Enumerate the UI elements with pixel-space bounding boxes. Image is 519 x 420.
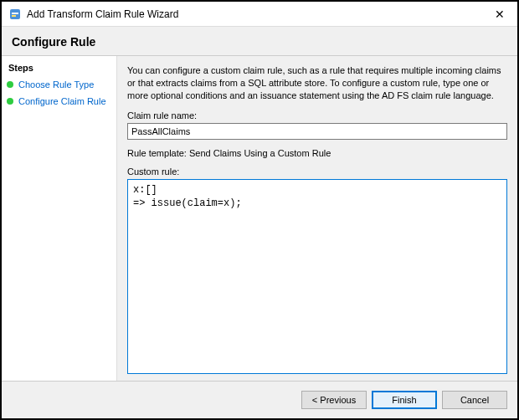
wizard-window: Add Transform Claim Rule Wizard ✕ Config… [0, 0, 519, 420]
step-label: Configure Claim Rule [18, 96, 106, 106]
claim-rule-icon [8, 8, 22, 21]
svg-rect-2 [12, 15, 16, 17]
close-icon: ✕ [495, 8, 505, 21]
svg-rect-1 [12, 13, 18, 14]
custom-rule-label: Custom rule: [127, 166, 507, 177]
step-label: Choose Rule Type [18, 79, 94, 90]
claim-rule-name-input[interactable] [127, 123, 507, 140]
custom-rule-section: Custom rule: [127, 166, 507, 374]
close-button[interactable]: ✕ [482, 2, 517, 27]
main-panel: You can configure a custom claim rule, s… [117, 56, 517, 381]
wizard-footer: < Previous Finish Cancel [2, 382, 517, 418]
step-configure-claim-rule[interactable]: Configure Claim Rule [2, 93, 116, 110]
finish-button[interactable]: Finish [372, 391, 437, 409]
titlebar: Add Transform Claim Rule Wizard ✕ [2, 2, 517, 27]
rule-description: You can configure a custom claim rule, s… [127, 64, 507, 102]
step-status-icon [7, 81, 13, 88]
rule-template-label: Rule template: Send Claims Using a Custo… [127, 148, 507, 158]
claim-rule-name-label: Claim rule name: [127, 110, 507, 120]
previous-button[interactable]: < Previous [301, 391, 367, 409]
wizard-header: Configure Rule [2, 27, 517, 55]
step-choose-rule-type[interactable]: Choose Rule Type [2, 76, 116, 93]
cancel-button[interactable]: Cancel [442, 391, 507, 409]
steps-heading: Steps [2, 63, 116, 76]
page-title: Configure Rule [12, 35, 507, 49]
steps-sidebar: Steps Choose Rule Type Configure Claim R… [2, 56, 117, 381]
step-status-icon [7, 98, 13, 105]
custom-rule-textarea[interactable] [127, 179, 507, 374]
wizard-content: Steps Choose Rule Type Configure Claim R… [2, 55, 517, 382]
window-title: Add Transform Claim Rule Wizard [27, 8, 482, 20]
